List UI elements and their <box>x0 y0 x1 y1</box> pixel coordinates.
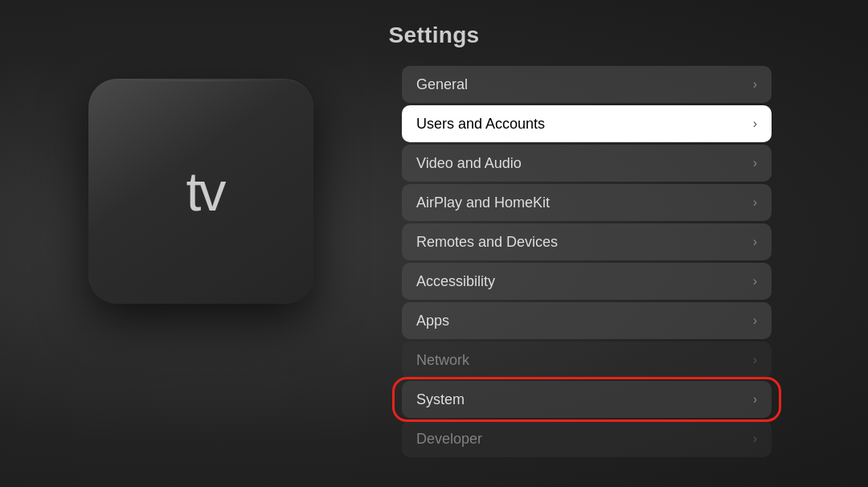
menu-item-apps[interactable]: Apps › <box>402 302 772 339</box>
chevron-icon-accessibility: › <box>753 274 757 289</box>
chevron-icon-system: › <box>753 392 757 407</box>
menu-item-network[interactable]: Network › <box>402 342 772 379</box>
chevron-icon-airplay-and-homekit: › <box>753 195 757 210</box>
chevron-icon-apps: › <box>753 313 757 328</box>
menu-item-system[interactable]: System › <box>402 381 772 418</box>
menu-item-airplay-and-homekit[interactable]: AirPlay and HomeKit › <box>402 184 772 221</box>
menu-label-users-and-accounts: Users and Accounts <box>416 116 545 133</box>
menu-item-remotes-and-devices[interactable]: Remotes and Devices › <box>402 223 772 260</box>
tv-text-label: tv <box>186 164 224 219</box>
chevron-icon-general: › <box>753 77 757 92</box>
chevron-icon-video-and-audio: › <box>753 156 757 170</box>
menu-item-video-and-audio[interactable]: Video and Audio › <box>402 145 772 182</box>
menu-label-remotes-and-devices: Remotes and Devices <box>416 234 558 251</box>
system-row-wrapper: System › <box>402 381 772 418</box>
menu-label-network: Network <box>416 352 469 369</box>
chevron-icon-remotes-and-devices: › <box>753 235 757 249</box>
tv-brand-logo: tv <box>178 164 224 219</box>
menu-label-system: System <box>416 391 465 408</box>
device-illustration: tv <box>48 79 354 304</box>
apple-tv-device: tv <box>88 79 313 304</box>
menu-label-accessibility: Accessibility <box>416 273 495 290</box>
menu-label-video-and-audio: Video and Audio <box>416 155 522 172</box>
content-area: tv General › Users and Accounts › Video … <box>0 63 868 457</box>
menu-item-general[interactable]: General › <box>402 66 772 103</box>
menu-label-general: General <box>416 76 468 93</box>
menu-item-users-and-accounts[interactable]: Users and Accounts › <box>402 105 772 142</box>
chevron-icon-users-and-accounts: › <box>753 117 757 131</box>
menu-item-accessibility[interactable]: Accessibility › <box>402 263 772 300</box>
menu-item-developer[interactable]: Developer › <box>402 420 772 457</box>
settings-menu: General › Users and Accounts › Video and… <box>402 66 772 457</box>
chevron-icon-developer: › <box>753 432 757 446</box>
page-title: Settings <box>389 23 480 48</box>
menu-label-apps: Apps <box>416 313 449 329</box>
menu-label-airplay-and-homekit: AirPlay and HomeKit <box>416 194 550 211</box>
chevron-icon-network: › <box>753 353 757 367</box>
menu-label-developer: Developer <box>416 431 482 448</box>
